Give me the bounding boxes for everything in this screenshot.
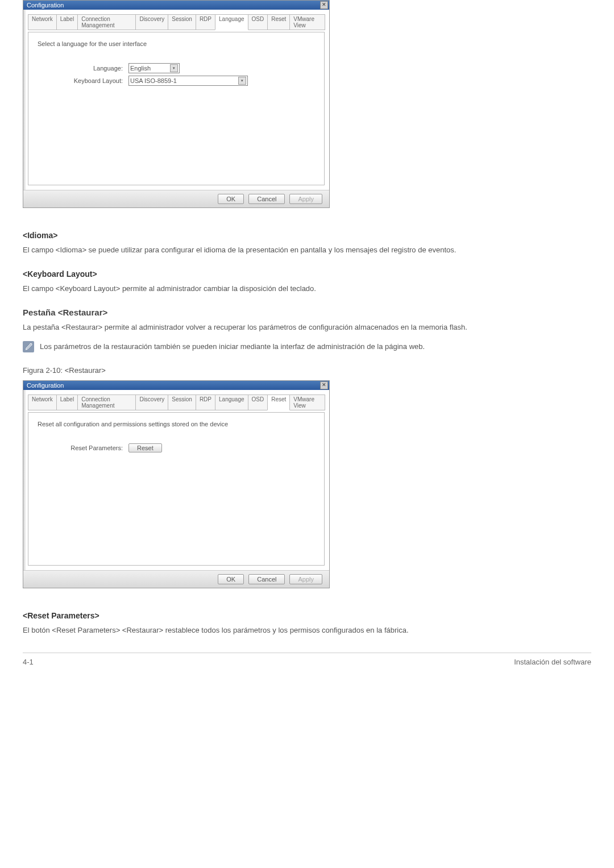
note-icon [23, 341, 34, 352]
tab-reset[interactable]: Reset [267, 14, 290, 30]
tab-vmware-view[interactable]: VMware View [289, 394, 325, 410]
tab-label[interactable]: Label [56, 394, 78, 410]
page-number: 4-1 [23, 658, 34, 666]
section-keyboard-layout: <Keyboard Layout> El campo <Keyboard Lay… [23, 269, 591, 294]
apply-button[interactable]: Apply [289, 574, 322, 584]
dialog-button-bar: OK Cancel Apply [23, 570, 329, 588]
text-keyboard-layout: El campo <Keyboard Layout> permite al ad… [23, 283, 591, 294]
instruction-text: Select a language for the user interface [38, 40, 315, 47]
language-select[interactable]: English ▾ [128, 63, 180, 73]
chevron-down-icon: ▾ [170, 64, 178, 72]
tab-strip: Network Label Connection Management Disc… [28, 14, 325, 30]
text-idioma: El campo <Idioma> se puede utilizar para… [23, 244, 591, 256]
cancel-button[interactable]: Cancel [248, 194, 285, 204]
language-row: Language: English ▾ [38, 63, 315, 73]
tab-discovery[interactable]: Discovery [135, 394, 168, 410]
close-icon[interactable]: ✕ [320, 1, 328, 9]
tab-vmware-view[interactable]: VMware View [289, 14, 325, 30]
heading-restaurar: Pestaña <Restaurar> [23, 308, 591, 317]
heading-keyboard-layout: <Keyboard Layout> [23, 269, 591, 279]
tab-session[interactable]: Session [168, 394, 196, 410]
cancel-button[interactable]: Cancel [248, 574, 285, 584]
keyboard-label: Keyboard Layout: [38, 77, 128, 84]
dialog-title: Configuration [27, 382, 64, 389]
dialog-title-bar: Configuration ✕ [23, 381, 329, 390]
page-footer: 4-1 Instalación del software [23, 653, 591, 678]
reset-row: Reset Parameters: Reset [38, 443, 315, 452]
chevron-down-icon: ▾ [238, 77, 246, 85]
reset-button[interactable]: Reset [128, 443, 162, 452]
tab-language[interactable]: Language [215, 14, 248, 30]
tab-rdp[interactable]: RDP [196, 394, 215, 410]
note-text: Los parámetros de la restauración tambié… [40, 341, 425, 352]
text-reset-parameters: El botón <Reset Parameters> <Restaurar> … [23, 625, 591, 636]
tab-language[interactable]: Language [215, 394, 248, 410]
dialog-body: Network Label Connection Management Disc… [23, 10, 329, 190]
ok-button[interactable]: OK [218, 574, 244, 584]
tab-discovery[interactable]: Discovery [135, 14, 168, 30]
configuration-dialog-reset: Configuration ✕ Network Label Connection… [23, 380, 330, 588]
ok-button[interactable]: OK [218, 194, 244, 204]
tab-network[interactable]: Network [28, 14, 57, 30]
heading-idioma: <Idioma> [23, 231, 591, 240]
dialog-title-bar: Configuration ✕ [23, 1, 329, 10]
tab-rdp[interactable]: RDP [196, 14, 215, 30]
tab-connection-management[interactable]: Connection Management [77, 394, 136, 410]
dialog-button-bar: OK Cancel Apply [23, 190, 329, 207]
tab-content: Select a language for the user interface… [28, 32, 325, 185]
tab-session[interactable]: Session [168, 14, 196, 30]
keyboard-select[interactable]: USA ISO-8859-1 ▾ [128, 76, 248, 86]
configuration-dialog-language: Configuration ✕ Network Label Connection… [23, 0, 330, 208]
instruction-text: Reset all configuration and permissions … [38, 421, 315, 427]
tab-connection-management[interactable]: Connection Management [77, 14, 136, 30]
section-idioma: <Idioma> El campo <Idioma> se puede util… [23, 231, 591, 256]
tab-osd[interactable]: OSD [248, 14, 268, 30]
section-reset-parameters: <Reset Parameters> El botón <Reset Param… [23, 611, 591, 636]
keyboard-row: Keyboard Layout: USA ISO-8859-1 ▾ [38, 76, 315, 86]
apply-button[interactable]: Apply [289, 194, 322, 204]
figure-caption: Figura 2-10: <Restaurar> [23, 366, 591, 375]
tab-osd[interactable]: OSD [248, 394, 268, 410]
language-label: Language: [38, 65, 128, 72]
text-restaurar: La pestaña <Restaurar> permite al admini… [23, 322, 591, 333]
note-row: Los parámetros de la restauración tambié… [23, 341, 591, 352]
tab-strip: Network Label Connection Management Disc… [28, 394, 325, 410]
tab-reset[interactable]: Reset [267, 394, 290, 410]
reset-label: Reset Parameters: [38, 445, 128, 451]
language-value: English [130, 65, 151, 72]
dialog-body: Network Label Connection Management Disc… [23, 390, 329, 570]
heading-reset-parameters: <Reset Parameters> [23, 611, 591, 620]
tab-network[interactable]: Network [28, 394, 57, 410]
footer-title: Instalación del software [514, 658, 591, 666]
tab-label[interactable]: Label [56, 14, 78, 30]
tab-content: Reset all configuration and permissions … [28, 412, 325, 566]
section-restaurar: Pestaña <Restaurar> La pestaña <Restaura… [23, 308, 591, 352]
close-icon[interactable]: ✕ [320, 381, 328, 389]
dialog-title: Configuration [27, 2, 64, 9]
keyboard-value: USA ISO-8859-1 [130, 77, 177, 84]
